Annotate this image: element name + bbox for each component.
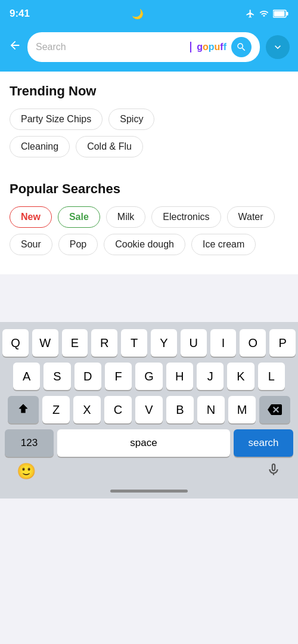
delete-key[interactable] — [259, 396, 290, 423]
trending-section: Trending Now Party Size Chips Spicy Clea… — [10, 83, 288, 157]
key-z[interactable]: Z — [42, 396, 70, 423]
wifi-icon — [259, 9, 269, 18]
keyboard: Q W E R T Y U I O P A S D F G H J K L Z … — [0, 322, 298, 490]
trending-chips-row: Party Size Chips Spicy — [10, 109, 288, 130]
key-o[interactable]: O — [240, 329, 266, 357]
shift-key[interactable] — [8, 396, 39, 423]
chip-cookie-dough[interactable]: Cookie dough — [104, 234, 185, 255]
home-indicator-bar — [110, 490, 188, 493]
status-time: 9:41 — [10, 8, 30, 20]
key-h[interactable]: H — [166, 363, 193, 390]
moon-icon: 🌙 — [132, 8, 144, 20]
brand-name: gopuff — [197, 42, 226, 52]
delete-icon — [268, 402, 282, 417]
keyboard-footer: 🙂 — [2, 457, 296, 490]
status-bar: 9:41 🌙 — [0, 0, 298, 26]
key-n[interactable]: N — [197, 396, 225, 423]
key-b[interactable]: B — [166, 396, 194, 423]
key-d[interactable]: D — [74, 363, 101, 390]
popular-section: Popular Searches New Sale Milk Electroni… — [10, 181, 288, 255]
down-arrow-button[interactable] — [266, 35, 290, 59]
key-x[interactable]: X — [73, 396, 101, 423]
keyboard-bottom-row: 123 space search — [2, 429, 296, 457]
chip-sour[interactable]: Sour — [10, 234, 52, 255]
search-bar-area: Search gopuff — [0, 26, 298, 72]
key-c[interactable]: C — [104, 396, 132, 423]
space-key[interactable]: space — [57, 429, 230, 457]
key-t[interactable]: T — [121, 329, 147, 357]
keyboard-row-3: Z X C V B N M — [2, 396, 296, 423]
keyboard-row-2: A S D F G H J K L — [2, 363, 296, 390]
microphone-icon — [266, 462, 281, 477]
chip-water[interactable]: Water — [227, 206, 275, 228]
key-e[interactable]: E — [62, 329, 88, 357]
key-p[interactable]: P — [269, 329, 296, 357]
key-r[interactable]: R — [91, 329, 117, 357]
status-icons — [246, 9, 288, 18]
key-l[interactable]: L — [258, 363, 285, 390]
chip-milk[interactable]: Milk — [106, 206, 145, 228]
trending-chips-row-2: Cleaning Cold & Flu — [10, 136, 288, 157]
key-s[interactable]: S — [44, 363, 70, 390]
search-placeholder-text: Search — [36, 42, 185, 52]
chip-ice-cream[interactable]: Ice cream — [191, 234, 256, 255]
key-u[interactable]: U — [181, 329, 207, 357]
airplane-icon — [246, 9, 255, 18]
svg-rect-2 — [287, 12, 288, 16]
chevron-down-icon — [272, 41, 284, 53]
battery-icon — [273, 10, 288, 18]
key-v[interactable]: V — [135, 396, 163, 423]
key-m[interactable]: M — [228, 396, 256, 423]
chip-cold-flu[interactable]: Cold & Flu — [76, 136, 143, 157]
key-q[interactable]: Q — [2, 329, 29, 357]
key-y[interactable]: Y — [151, 329, 177, 357]
popular-title: Popular Searches — [10, 181, 288, 197]
chip-sale[interactable]: Sale — [58, 206, 100, 228]
content-keyboard-gap — [0, 274, 298, 322]
trending-title: Trending Now — [10, 83, 288, 99]
home-indicator-area — [0, 490, 298, 499]
keyboard-row-1: Q W E R T Y U I O P — [2, 329, 296, 357]
key-g[interactable]: G — [135, 363, 162, 390]
key-k[interactable]: K — [227, 363, 254, 390]
svg-rect-1 — [274, 11, 285, 17]
num-key[interactable]: 123 — [5, 429, 54, 457]
shift-icon — [17, 403, 30, 416]
search-icon-button[interactable] — [231, 37, 252, 57]
search-input[interactable]: Search gopuff — [27, 32, 260, 62]
main-content: Trending Now Party Size Chips Spicy Clea… — [0, 72, 298, 274]
back-button[interactable] — [8, 39, 21, 55]
emoji-icon[interactable]: 🙂 — [17, 462, 36, 481]
key-i[interactable]: I — [210, 329, 237, 357]
search-icon — [236, 42, 247, 52]
search-key[interactable]: search — [234, 429, 293, 457]
popular-chips-row-2: Sour Pop Cookie dough Ice cream — [10, 234, 288, 255]
key-w[interactable]: W — [32, 329, 58, 357]
key-j[interactable]: J — [197, 363, 224, 390]
key-f[interactable]: F — [105, 363, 132, 390]
mic-icon[interactable] — [266, 462, 281, 481]
chip-electronics[interactable]: Electronics — [151, 206, 221, 228]
chip-pop[interactable]: Pop — [58, 234, 98, 255]
chip-cleaning[interactable]: Cleaning — [10, 136, 70, 157]
key-a[interactable]: A — [13, 363, 40, 390]
popular-chips-row-1: New Sale Milk Electronics Water — [10, 206, 288, 228]
chip-new[interactable]: New — [10, 206, 52, 228]
chip-party-size-chips[interactable]: Party Size Chips — [10, 109, 103, 130]
chip-spicy[interactable]: Spicy — [108, 109, 154, 130]
cursor — [190, 42, 191, 52]
